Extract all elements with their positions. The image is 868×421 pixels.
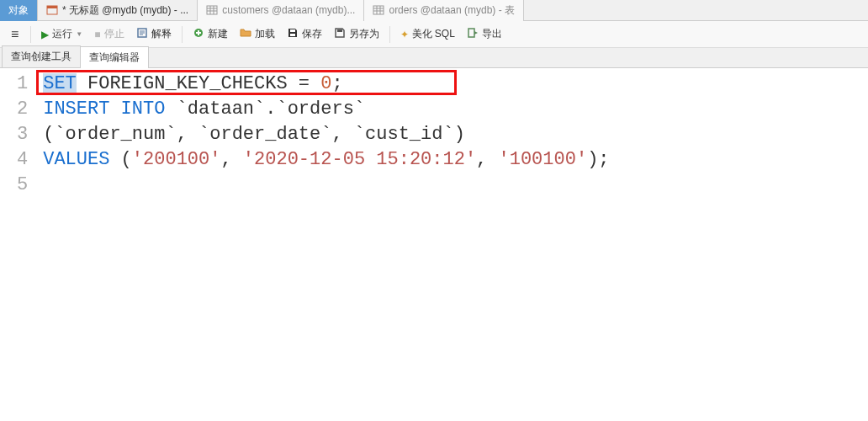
code-area[interactable]: SET FOREIGN_KEY_CHECKS = 0; INSERT INTO … bbox=[34, 68, 868, 201]
code-line bbox=[43, 173, 860, 198]
tab-label: customers @dataan (mydb)... bbox=[222, 4, 355, 16]
svg-rect-20 bbox=[290, 34, 295, 36]
line-number: 3 bbox=[17, 122, 28, 147]
export-icon bbox=[467, 27, 479, 41]
run-button[interactable]: ▶ 运行 ▼ bbox=[36, 24, 87, 44]
line-number: 4 bbox=[17, 147, 28, 173]
stop-button[interactable]: ■ 停止 bbox=[89, 24, 129, 44]
menu-button[interactable]: ≡ bbox=[4, 27, 25, 42]
sub-tabs: 查询创建工具 查询编辑器 bbox=[0, 48, 868, 68]
toolbar-label: 新建 bbox=[208, 27, 228, 41]
svg-rect-19 bbox=[290, 29, 295, 32]
tab-label: orders @dataan (mydb) - 表 bbox=[389, 3, 515, 18]
save-button[interactable]: 保存 bbox=[282, 24, 327, 44]
line-number: 1 bbox=[17, 72, 28, 97]
code-line: VALUES ('200100', '2020-12-05 15:20:12',… bbox=[43, 147, 860, 173]
wand-icon: ✦ bbox=[400, 29, 409, 40]
toolbar: ≡ ▶ 运行 ▼ ■ 停止 解释 新建 加载 保存 bbox=[0, 21, 868, 48]
separator bbox=[182, 26, 183, 43]
sub-tab-builder[interactable]: 查询创建工具 bbox=[2, 45, 81, 67]
play-icon: ▶ bbox=[41, 29, 49, 40]
save-icon bbox=[287, 27, 299, 41]
code-line: SET FOREIGN_KEY_CHECKS = 0; bbox=[43, 72, 860, 97]
saveas-button[interactable]: 另存为 bbox=[329, 24, 384, 44]
svg-rect-2 bbox=[207, 6, 217, 14]
folder-icon bbox=[240, 27, 251, 41]
code-line: INSERT INTO `dataan`.`orders` bbox=[43, 97, 860, 122]
table-tab-icon bbox=[373, 4, 384, 16]
query-tab-icon bbox=[46, 4, 58, 16]
explain-button[interactable]: 解释 bbox=[131, 24, 177, 44]
stop-icon: ■ bbox=[94, 29, 100, 40]
saveas-icon bbox=[334, 27, 346, 41]
svg-rect-22 bbox=[468, 29, 474, 37]
toolbar-label: 运行 bbox=[52, 27, 72, 41]
tab-customers[interactable]: customers @dataan (mydb)... bbox=[198, 0, 364, 21]
load-button[interactable]: 加载 bbox=[235, 24, 280, 44]
new-icon bbox=[193, 27, 204, 41]
line-number: 5 bbox=[17, 173, 28, 198]
beautify-button[interactable]: ✦ 美化 SQL bbox=[395, 24, 460, 44]
line-gutter: 1 2 3 4 5 bbox=[0, 68, 34, 201]
tab-objects[interactable]: 对象 bbox=[0, 0, 38, 21]
toolbar-label: 解释 bbox=[151, 27, 172, 41]
svg-rect-21 bbox=[337, 29, 342, 32]
new-button[interactable]: 新建 bbox=[188, 24, 233, 44]
toolbar-label: 另存为 bbox=[349, 27, 379, 41]
svg-rect-1 bbox=[47, 6, 57, 8]
separator bbox=[389, 26, 390, 43]
dropdown-arrow-icon: ▼ bbox=[76, 30, 82, 38]
export-button[interactable]: 导出 bbox=[462, 24, 507, 44]
file-tabs-bar: 对象 * 无标题 @mydb (mydb) - ... customers @d… bbox=[0, 0, 868, 21]
sql-editor[interactable]: 1 2 3 4 5 SET FOREIGN_KEY_CHECKS = 0; IN… bbox=[0, 68, 868, 201]
svg-rect-7 bbox=[373, 6, 384, 14]
explain-icon bbox=[136, 27, 148, 41]
line-number: 2 bbox=[17, 97, 28, 122]
toolbar-label: 导出 bbox=[482, 27, 502, 41]
tab-query-untitled[interactable]: * 无标题 @mydb (mydb) - ... bbox=[38, 0, 198, 21]
table-tab-icon bbox=[206, 4, 218, 16]
toolbar-label: 停止 bbox=[104, 27, 124, 41]
code-line: (`order_num`, `order_date`, `cust_id`) bbox=[43, 122, 860, 147]
separator bbox=[30, 26, 31, 43]
toolbar-label: 加载 bbox=[255, 27, 275, 41]
toolbar-label: 保存 bbox=[302, 27, 322, 41]
toolbar-label: 美化 SQL bbox=[412, 27, 455, 41]
sub-tab-editor[interactable]: 查询编辑器 bbox=[80, 46, 149, 68]
tab-label: 对象 bbox=[8, 3, 29, 18]
tab-orders[interactable]: orders @dataan (mydb) - 表 bbox=[364, 0, 524, 21]
tab-label: * 无标题 @mydb (mydb) - ... bbox=[62, 3, 188, 18]
